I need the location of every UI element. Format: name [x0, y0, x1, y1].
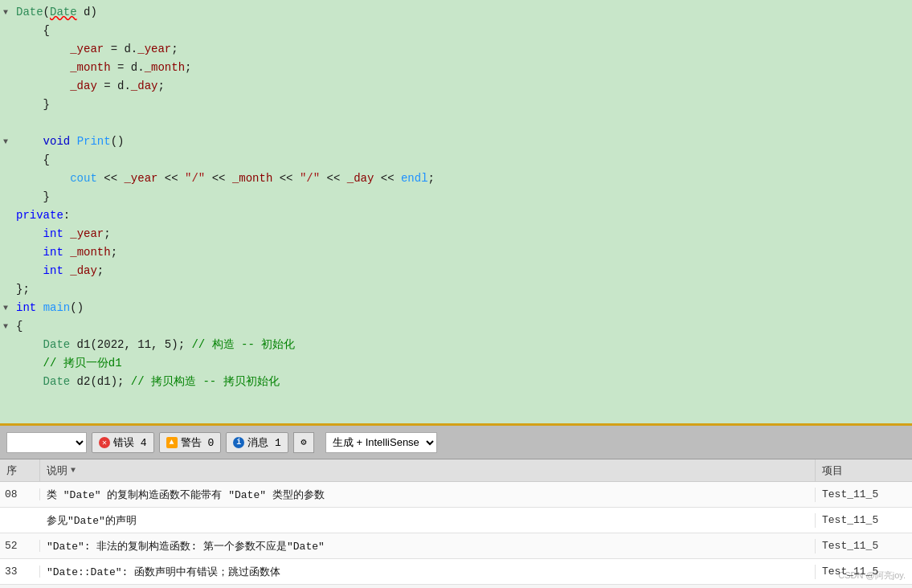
header-proj-label: 项目 — [822, 463, 843, 478]
line-content-15: int _day; — [11, 262, 104, 280]
error-proj-3: Test_11_5 — [816, 540, 912, 552]
line-content-11: } — [11, 188, 50, 206]
error-desc-3: "Date": 非法的复制构造函数: 第一个参数不应是"Date" — [40, 539, 816, 553]
code-line-7 — [0, 114, 912, 133]
line-content-4: _month = d._month; — [11, 59, 191, 77]
filter-select[interactable] — [6, 432, 87, 453]
error-code-3: 52 — [0, 540, 40, 552]
warning-button[interactable]: ▲ 警告 0 — [159, 432, 222, 453]
filter-button[interactable]: ⚙ — [293, 432, 314, 453]
code-line-17: ▼ int main() — [0, 299, 912, 317]
error-code-1: 08 — [0, 488, 40, 500]
code-line-15: int _day; — [0, 262, 912, 280]
info-button[interactable]: i 消息 1 — [226, 432, 288, 453]
error-row-4[interactable]: 33 "Date::Date": 函数声明中有错误；跳过函数体 Test_11_… — [0, 559, 912, 585]
error-desc-4: "Date::Date": 函数声明中有错误；跳过函数体 — [40, 565, 816, 579]
code-line-16: }; — [0, 280, 912, 299]
error-code-4: 33 — [0, 566, 40, 578]
header-desc[interactable]: 说明 ▼ — [40, 459, 816, 481]
build-select[interactable]: 生成 + IntelliSense — [325, 432, 437, 453]
code-line-14: int _month; — [0, 243, 912, 262]
line-content-16: }; — [11, 280, 30, 299]
code-line-19: Date d1(2022, 11, 5); // 构造 -- 初始化 — [0, 336, 912, 354]
line-content-1: Date(Date d) — [11, 3, 97, 22]
code-line-9: { — [0, 151, 912, 169]
error-row-1[interactable]: 08 类 "Date" 的复制构造函数不能带有 "Date" 类型的参数 Tes… — [0, 482, 912, 508]
line-content-20: // 拷贝一份d1 — [11, 354, 122, 373]
line-content-5: _day = d._day; — [11, 77, 165, 96]
error-row-3[interactable]: 52 "Date": 非法的复制构造函数: 第一个参数不应是"Date" Tes… — [0, 533, 912, 559]
line-content-19: Date d1(2022, 11, 5); // 构造 -- 初始化 — [11, 336, 295, 354]
sort-arrow-desc: ▼ — [71, 466, 76, 475]
code-line-8: ▼ void Print() — [0, 133, 912, 151]
line-content-18: { — [11, 317, 22, 336]
code-line-11: } — [0, 188, 912, 206]
bottom-toolbar: ✕ 错误 4 ▲ 警告 0 i 消息 1 ⚙ 生成 + IntelliSense — [0, 426, 912, 459]
line-content-21: Date d2(d1); // 拷贝构造 -- 拷贝初始化 — [11, 373, 280, 391]
line-content-14: int _month; — [11, 243, 117, 262]
line-content-7 — [11, 114, 22, 133]
code-editor: ▼ Date(Date d) { _year = d._year; _month… — [0, 0, 912, 426]
warning-label: 警告 0 — [181, 435, 215, 450]
error-button[interactable]: ✕ 错误 4 — [92, 432, 154, 453]
error-desc-2: 参见"Date"的声明 — [40, 513, 816, 528]
line-content-3: _year = d._year; — [11, 40, 178, 59]
line-content-9: { — [11, 151, 50, 169]
line-content-13: int _year; — [11, 225, 111, 243]
info-icon: i — [233, 437, 244, 448]
code-line-1: ▼ Date(Date d) — [0, 3, 912, 22]
error-proj-2: Test_11_5 — [816, 514, 912, 526]
code-line-20: // 拷贝一份d1 — [0, 354, 912, 373]
error-row-2[interactable]: 参见"Date"的声明 Test_11_5 — [0, 508, 912, 533]
code-line-13: int _year; — [0, 225, 912, 243]
error-icon: ✕ — [99, 437, 110, 448]
filter-icon: ⚙ — [301, 436, 306, 448]
header-proj: 项目 — [816, 459, 912, 481]
code-line-2: { — [0, 22, 912, 40]
line-content-2: { — [11, 22, 50, 40]
code-line-3: _year = d._year; — [0, 40, 912, 59]
watermark: CSDN @阿亮joy. — [838, 570, 906, 582]
code-line-18: ▼ { — [0, 317, 912, 336]
fold-gutter-8[interactable]: ▼ — [0, 133, 11, 151]
line-content-8: void Print() — [11, 133, 124, 151]
code-line-4: _month = d._month; — [0, 59, 912, 77]
error-proj-1: Test_11_5 — [816, 488, 912, 500]
code-line-12: private: — [0, 206, 912, 225]
error-label: 错误 4 — [113, 435, 147, 450]
code-line-6: } — [0, 96, 912, 114]
code-line-5: _day = d._day; — [0, 77, 912, 96]
code-line-10: cout << _year << "/" << _month << "/" <<… — [0, 169, 912, 188]
fold-gutter-1[interactable]: ▼ — [0, 3, 11, 22]
line-content-17: int main() — [11, 299, 84, 317]
error-list: 序 说明 ▼ 项目 08 类 "Date" 的复制构造函数不能带有 "Date"… — [0, 459, 912, 588]
line-content-10: cout << _year << "/" << _month << "/" <<… — [11, 169, 435, 188]
line-content-12: private: — [11, 206, 70, 225]
code-line-21: Date d2(d1); // 拷贝构造 -- 拷贝初始化 — [0, 373, 912, 391]
warning-icon: ▲ — [166, 437, 178, 448]
header-desc-label: 说明 — [47, 463, 67, 478]
error-desc-1: 类 "Date" 的复制构造函数不能带有 "Date" 类型的参数 — [40, 488, 816, 502]
line-content-6: } — [11, 96, 50, 114]
header-code: 序 — [0, 459, 40, 481]
error-list-header: 序 说明 ▼ 项目 — [0, 459, 912, 482]
info-label: 消息 1 — [247, 435, 281, 450]
fold-gutter-17[interactable]: ▼ — [0, 299, 11, 317]
fold-gutter-18[interactable]: ▼ — [0, 317, 11, 336]
